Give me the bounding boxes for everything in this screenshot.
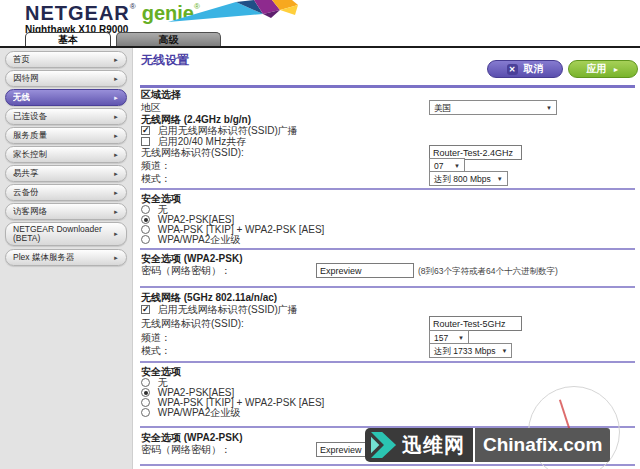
sidebar-item-label: Plex 媒体服务器 xyxy=(13,252,74,264)
region-row: 地区 美国 ▼ xyxy=(141,102,635,114)
ssid-broadcast-5-checkbox[interactable] xyxy=(141,305,150,314)
apply-button[interactable]: 应用 ► xyxy=(568,60,638,78)
mode-24-select[interactable]: 达到 800 Mbps ▼ xyxy=(429,171,508,186)
sidebar-item-label: 服务质量 xyxy=(13,130,47,142)
mode-24-value: 达到 800 Mbps xyxy=(434,173,491,185)
section-divider xyxy=(140,248,635,250)
dropdown-arrow-icon: ▼ xyxy=(497,173,503,185)
sidebar-item-netgear-downloader[interactable]: NETGEAR Downloader (BETA)► xyxy=(5,222,127,246)
ssid-broadcast-5-row: 启用无线网络标识符(SSID)广播 xyxy=(141,304,635,316)
title-divider xyxy=(140,85,635,88)
dropdown-arrow-icon: ▼ xyxy=(546,102,552,114)
sidebar-item-readyshare[interactable]: 易共享► xyxy=(5,165,127,182)
mode-5-select[interactable]: 达到 1733 Mbps ▼ xyxy=(429,343,512,358)
dropdown-arrow-icon: ▼ xyxy=(454,160,460,172)
chevron-right-icon: ► xyxy=(113,255,119,261)
sidebar: 首页► 因特网► 无线► 已连设备► 服务质量► 家长控制► 易共享► 云备份►… xyxy=(0,48,133,469)
radio-enterprise-24[interactable] xyxy=(141,235,150,244)
dropdown-arrow-icon: ▼ xyxy=(501,345,507,357)
netgear-reg-mark: ® xyxy=(130,2,136,11)
channel-24-label: 频道： xyxy=(141,160,171,171)
password-24-input[interactable] xyxy=(316,263,414,278)
ssid-broadcast-24-label: 启用无线网络标识符(SSID)广播 xyxy=(158,125,298,136)
coexistence-24-label: 启用20/40 MHz共存 xyxy=(158,136,246,147)
password-5-label: 密码（网络密钥）： xyxy=(141,444,231,455)
region-select[interactable]: 美国 ▼ xyxy=(429,100,557,115)
security-24-option-enterprise: WPA/WPA2企业级 xyxy=(141,234,635,246)
channel-24-row: 频道： 07 ▼ xyxy=(141,160,635,172)
radio-label: WPA/WPA2企业级 xyxy=(158,407,240,418)
chevron-right-icon: ► xyxy=(113,190,119,196)
sidebar-item-wireless[interactable]: 无线► xyxy=(5,89,127,106)
tab-basic-label: 基本 xyxy=(58,33,78,47)
radio-wpa-mixed-5[interactable] xyxy=(141,398,150,407)
radio-none-5[interactable] xyxy=(141,378,150,387)
radio-wpa-mixed-24[interactable] xyxy=(141,225,150,234)
coexistence-24-checkbox[interactable] xyxy=(141,137,150,146)
sidebar-item-label: 已连设备 xyxy=(13,111,47,123)
watermark-site-name-en: Chinafix.com xyxy=(483,434,602,456)
radio-enterprise-5[interactable] xyxy=(141,408,150,417)
mode-5-row: 模式： 达到 1733 Mbps ▼ xyxy=(141,345,635,357)
chevron-right-icon: ► xyxy=(113,133,119,139)
password-24-hint: (8到63个字符或者64个十六进制数字) xyxy=(418,265,558,277)
sidebar-item-label: 因特网 xyxy=(13,73,39,85)
sidebar-item-plex-media-server[interactable]: Plex 媒体服务器► xyxy=(5,249,127,266)
chevron-right-icon: ► xyxy=(113,114,119,120)
band5-section-header: 无线网络 (5GHz 802.11a/n/ac) xyxy=(141,292,635,304)
netgear-genie-page: NETGEAR®genie® Nighthawk X10 R9000 基本 高级… xyxy=(0,0,640,469)
radio-none-24[interactable] xyxy=(141,205,150,214)
chevron-right-icon: ► xyxy=(113,152,119,158)
section-divider xyxy=(140,361,635,363)
watermark-right-panel: Chinafix.com xyxy=(475,428,610,462)
channel-24-value: 07 xyxy=(434,160,443,172)
cancel-button[interactable]: ✕ 取消 xyxy=(487,60,563,78)
apply-button-label: 应用 xyxy=(587,62,607,76)
sidebar-item-internet[interactable]: 因特网► xyxy=(5,70,127,87)
password-24-label: 密码（网络密钥）： xyxy=(141,265,231,276)
region-section-header: 区域选择 xyxy=(141,89,635,101)
sidebar-item-cloud-backup[interactable]: 云备份► xyxy=(5,184,127,201)
password-24-row: 密码（网络密钥）： (8到63个字符或者64个十六进制数字) xyxy=(141,265,635,277)
tab-basic[interactable]: 基本 xyxy=(25,32,111,46)
radio-label: WPA/WPA2企业级 xyxy=(158,234,240,245)
mode-24-row: 模式： 达到 800 Mbps ▼ xyxy=(141,173,635,185)
ssid-24-label: 无线网络标识符(SSID): xyxy=(141,147,244,158)
watermark-site-name-cn: 迅维网 xyxy=(402,432,465,459)
arrow-right-icon: ► xyxy=(613,66,620,73)
radio-wpa2-psk-24[interactable] xyxy=(141,215,150,224)
sidebar-item-label: 首页 xyxy=(13,54,30,66)
sidebar-item-guest-network[interactable]: 访客网络► xyxy=(5,203,127,220)
ssid-5-input[interactable] xyxy=(429,316,522,331)
radio-wpa2-psk-5[interactable] xyxy=(141,388,150,397)
sidebar-item-label: 无线 xyxy=(13,92,30,104)
tab-advanced-label: 高级 xyxy=(159,33,179,47)
chevron-icon xyxy=(371,432,397,458)
tab-bar: 基本 高级 xyxy=(25,32,221,46)
tab-advanced[interactable]: 高级 xyxy=(116,32,221,46)
chevron-right-icon: ► xyxy=(113,76,119,82)
sidebar-item-label: 家长控制 xyxy=(13,149,47,161)
sidebar-item-label: 访客网络 xyxy=(13,206,47,218)
chevron-right-icon: ► xyxy=(113,230,119,239)
sidebar-item-label: 易共享 xyxy=(13,168,39,180)
section-divider xyxy=(140,188,635,190)
sidebar-item-qos[interactable]: 服务质量► xyxy=(5,127,127,144)
sidebar-item-home[interactable]: 首页► xyxy=(5,51,127,68)
mode-5-value: 达到 1733 Mbps xyxy=(434,345,495,357)
sidebar-item-attached-devices[interactable]: 已连设备► xyxy=(5,108,127,125)
chevron-right-icon: ► xyxy=(113,57,119,63)
mode-24-label: 模式： xyxy=(141,173,171,184)
ssid-broadcast-24-checkbox[interactable] xyxy=(141,126,150,135)
dropdown-arrow-icon: ▼ xyxy=(458,332,464,344)
chevron-right-icon: ► xyxy=(113,95,119,101)
mode-5-label: 模式： xyxy=(141,345,171,356)
chevron-right-icon: ► xyxy=(113,209,119,215)
brand-ribbon-graphic xyxy=(168,0,298,24)
page-title: 无线设置 xyxy=(141,52,189,69)
sidebar-item-parental-controls[interactable]: 家长控制► xyxy=(5,146,127,163)
chinafix-watermark: 迅维网 Chinafix.com xyxy=(365,428,610,462)
close-icon: ✕ xyxy=(507,64,518,75)
netgear-logo-text: NETGEAR xyxy=(25,2,130,24)
sidebar-item-label: 云备份 xyxy=(13,187,39,199)
